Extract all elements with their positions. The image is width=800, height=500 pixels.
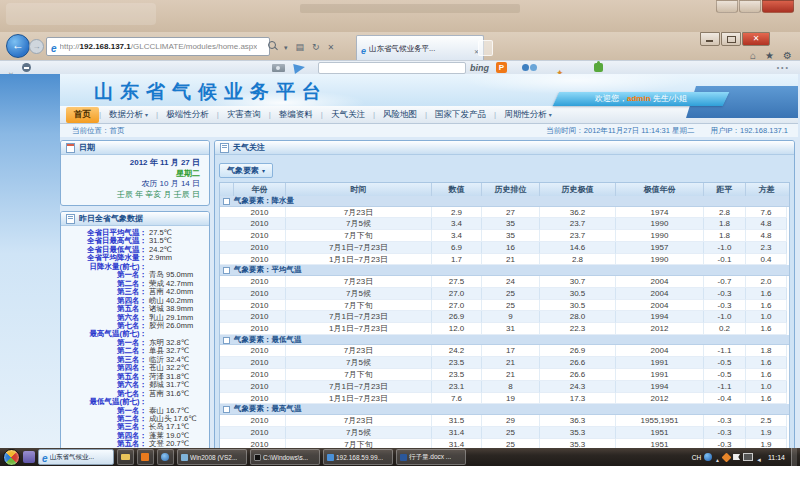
- row-lead-cell: [220, 300, 234, 312]
- nav-item-label: 首页: [74, 109, 91, 121]
- flame-tray-icon[interactable]: [722, 452, 732, 462]
- taskbar-app-orange-button[interactable]: [137, 449, 154, 465]
- table-row[interactable]: 20107月23日2.92736.219742.87.6: [220, 207, 789, 219]
- addon-puzzle-icon[interactable]: [594, 63, 603, 72]
- show-hidden-icons[interactable]: [715, 448, 720, 466]
- binoculars-icon[interactable]: [522, 64, 529, 71]
- compatibility-view-icon[interactable]: [296, 36, 305, 54]
- nav-item-5[interactable]: 整编资料: [271, 107, 321, 123]
- send-icon[interactable]: [293, 62, 306, 74]
- minimize-button[interactable]: [700, 32, 720, 46]
- table-row[interactable]: 20107月下旬27.02530.52004-0.31.6: [220, 300, 789, 312]
- table-group-header[interactable]: 气象要素：最高气温: [220, 404, 789, 415]
- background-minimize-button[interactable]: [716, 0, 738, 13]
- back-button[interactable]: [6, 34, 30, 58]
- tab-favicon: [361, 40, 366, 58]
- table-cell: 14.6: [540, 242, 616, 254]
- background-maximize-button[interactable]: [739, 0, 761, 13]
- table-row[interactable]: 20107月下旬23.52126.61991-0.51.6: [220, 369, 789, 381]
- refresh-icon[interactable]: [312, 36, 320, 54]
- taskbar-active-ie[interactable]: 山东省气候业...: [38, 449, 114, 465]
- new-tab-button[interactable]: [478, 40, 493, 56]
- language-indicator[interactable]: CH: [692, 454, 701, 461]
- table-cell: 25: [482, 300, 540, 312]
- table-cell: 1.0: [746, 381, 787, 393]
- camera-icon[interactable]: [272, 64, 285, 72]
- table-row[interactable]: 20107月1日~7月23日26.9928.01994-1.01.0: [220, 311, 789, 323]
- table-row[interactable]: 20101月1日~7月23日1.7212.81990-0.10.4: [220, 254, 789, 266]
- taskbar-window-4[interactable]: 行子量.docx ...: [396, 449, 466, 465]
- table-row[interactable]: 20107月23日24.21726.92004-1.11.8: [220, 345, 789, 357]
- weather-panel-header: 昨日全省气象数据: [61, 212, 209, 226]
- expand-icon[interactable]: [223, 267, 230, 274]
- weather-focus-header: 天气关注: [215, 141, 794, 155]
- pinned-app-icon[interactable]: [23, 451, 35, 463]
- expand-icon[interactable]: [223, 406, 230, 413]
- table-cell: 1.6: [746, 369, 787, 381]
- taskbar-window-3[interactable]: 192.168.59.99...: [323, 449, 393, 465]
- start-button[interactable]: [3, 449, 20, 466]
- close-button[interactable]: [742, 32, 770, 46]
- table-group-header[interactable]: 气象要素：平均气温: [220, 265, 789, 276]
- table-row[interactable]: 20107月23日27.52430.72004-0.72.0: [220, 276, 789, 288]
- taskbar-window-2[interactable]: C:\Windows\s...: [250, 449, 320, 465]
- nav-item-2[interactable]: 数据分析▾: [101, 107, 156, 123]
- stop-icon[interactable]: [328, 36, 335, 54]
- network-icon[interactable]: [743, 453, 753, 461]
- blocked-icon[interactable]: [22, 63, 31, 72]
- show-desktop-button[interactable]: [791, 448, 797, 466]
- nav-item-3[interactable]: 极端性分析: [158, 107, 217, 123]
- table-row[interactable]: 20107月下旬31.42535.31951-0.31.9: [220, 439, 789, 448]
- table-row[interactable]: 20107月5候31.42535.31951-0.31.9: [220, 427, 789, 439]
- element-filter-button[interactable]: 气象要素 ▾: [219, 163, 273, 178]
- content-columns: 日期 2012 年 11 月 27 日 星期二 农历 10 月 14 日 壬辰 …: [60, 137, 798, 448]
- table-group-header[interactable]: 气象要素：降水量: [220, 196, 789, 207]
- table-row[interactable]: 20107月5候27.02530.52004-0.31.6: [220, 288, 789, 300]
- address-bar[interactable]: http://192.168.137.1/GLCCLIMATE/modules/…: [46, 37, 270, 56]
- expand-icon[interactable]: [223, 337, 230, 344]
- table-row[interactable]: 20107月1日~7月23日23.1824.31994-1.11.0: [220, 381, 789, 393]
- background-close-button[interactable]: [762, 0, 794, 13]
- chevron-down-icon[interactable]: [284, 36, 288, 54]
- table-row[interactable]: 20101月1日~7月23日7.61917.32012-0.41.6: [220, 393, 789, 405]
- taskbar-explorer-button[interactable]: [117, 449, 134, 465]
- table-row[interactable]: 20101月1日~7月23日12.03122.320120.21.6: [220, 323, 789, 335]
- calendar-body: 2012 年 11 月 27 日 星期二 农历 10 月 14 日 壬辰 年 辛…: [61, 155, 209, 205]
- calendar-panel-title: 日期: [79, 142, 95, 153]
- toolbar-overflow-dots[interactable]: [777, 64, 790, 71]
- toolbar-search-input[interactable]: [318, 62, 466, 74]
- table-cell: 1.8: [746, 345, 787, 357]
- table-group-header[interactable]: 气象要素：最低气温: [220, 335, 789, 346]
- table-cell: 27.5: [432, 276, 482, 288]
- table-row[interactable]: 20107月23日31.52936.31955,1951-0.32.5: [220, 415, 789, 427]
- action-center-flag-icon[interactable]: [733, 454, 740, 460]
- table-cell: 1月1日~7月23日: [286, 393, 432, 405]
- browser-tab[interactable]: 山东省气候业务平...: [356, 35, 484, 61]
- search-provider-icon[interactable]: [496, 62, 507, 73]
- nav-item-8[interactable]: 国家下发产品: [427, 107, 494, 123]
- speaker-icon[interactable]: [756, 448, 762, 466]
- globe-tray-icon[interactable]: [704, 453, 712, 461]
- table-row[interactable]: 20107月5候3.43523.719901.84.8: [220, 218, 789, 230]
- maximize-button[interactable]: [721, 32, 741, 46]
- table-row[interactable]: 20107月5候23.52126.61991-0.51.6: [220, 357, 789, 369]
- forward-button[interactable]: [29, 39, 44, 54]
- nav-item-7[interactable]: 风险地图: [375, 107, 425, 123]
- taskbar-media-button[interactable]: [157, 449, 174, 465]
- expand-icon[interactable]: [223, 198, 230, 205]
- nav-item-1[interactable]: 首页: [66, 107, 99, 123]
- bing-logo[interactable]: bing: [470, 63, 489, 73]
- nav-item-6[interactable]: 天气关注: [323, 107, 373, 123]
- nav-item-4[interactable]: 灾害查询: [219, 107, 269, 123]
- table-cell: 30.5: [540, 288, 616, 300]
- table-cell: 26.6: [540, 369, 616, 381]
- taskbar-window-1[interactable]: Win2008 (VS2...: [177, 449, 247, 465]
- table-row[interactable]: 20107月下旬3.43523.719901.84.8: [220, 230, 789, 242]
- search-icon[interactable]: [268, 41, 276, 49]
- table-cell: 30.5: [540, 300, 616, 312]
- table-row[interactable]: 20107月1日~7月23日6.91614.61957-1.02.3: [220, 242, 789, 254]
- taskbar-clock[interactable]: 11:14: [768, 454, 785, 461]
- column-header: 年份: [234, 183, 286, 196]
- gregorian-date: 2012 年 11 月 27 日: [64, 158, 200, 169]
- nav-item-9[interactable]: 周期性分析▾: [496, 107, 560, 123]
